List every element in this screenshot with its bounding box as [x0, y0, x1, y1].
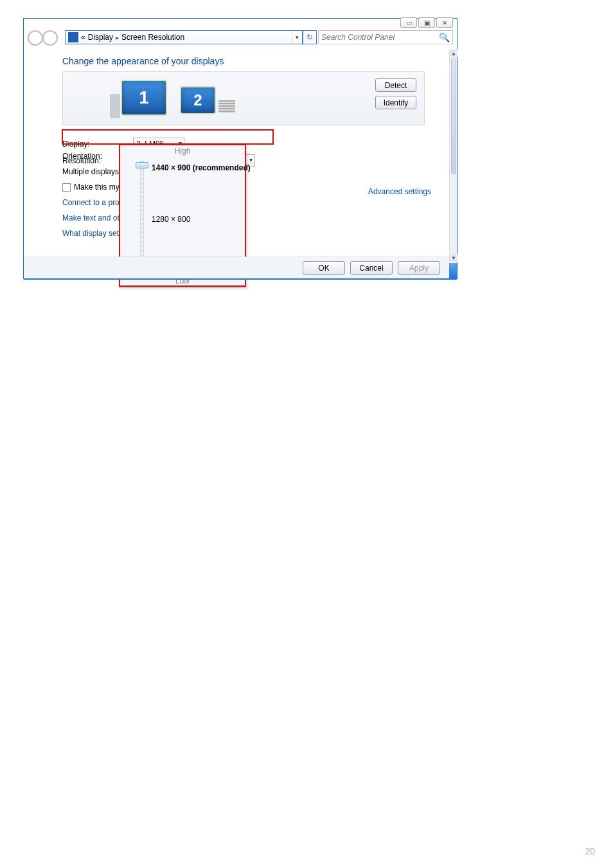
- orientation-label: Orientation:: [62, 152, 102, 161]
- slider-thumb[interactable]: [136, 162, 148, 168]
- maximize-button[interactable]: ▣: [418, 17, 435, 28]
- breadcrumb-display[interactable]: Display: [88, 33, 113, 42]
- multiple-displays-label: Multiple displays:: [62, 167, 121, 176]
- search-icon: 🔍: [439, 32, 450, 42]
- nav-buttons[interactable]: [28, 29, 60, 47]
- minimize-button[interactable]: ▭: [400, 17, 417, 28]
- checkbox-icon: [62, 183, 71, 192]
- forward-icon: [42, 30, 58, 46]
- dialog-footer: OK Cancel Apply: [24, 257, 449, 278]
- address-dropdown-icon[interactable]: ▾: [292, 31, 302, 44]
- back-icon: [28, 30, 43, 46]
- address-row: « Display ▸ Screen Resolution ▾ ↻ Search…: [28, 29, 453, 47]
- display-arrangement[interactable]: 1 2 Detect Identify: [62, 71, 425, 125]
- page-heading: Change the appearance of your displays: [62, 56, 444, 66]
- address-bar[interactable]: « Display ▸ Screen Resolution ▾: [65, 30, 303, 44]
- breadcrumb-sep-icon: ▸: [116, 34, 119, 41]
- close-button[interactable]: ✕: [436, 17, 453, 28]
- window-chrome: ▭ ▣ ✕: [400, 17, 453, 28]
- advanced-settings-link[interactable]: Advanced settings: [368, 187, 431, 196]
- breadcrumb-screen-resolution[interactable]: Screen Resolution: [121, 33, 184, 42]
- slider-option-2[interactable]: 1280 × 800: [152, 215, 190, 224]
- slider-high-label: High: [120, 147, 245, 156]
- slider-track[interactable]: [140, 161, 144, 271]
- search-placeholder: Search Control Panel: [321, 33, 395, 42]
- screen-resolution-window: ▭ ▣ ✕ « Display ▸ Screen Resolution ▾ ↻: [23, 18, 458, 279]
- search-input[interactable]: Search Control Panel 🔍: [318, 30, 453, 44]
- apply-button[interactable]: Apply: [398, 261, 440, 275]
- identify-button[interactable]: Identify: [375, 96, 416, 109]
- monitor-stand-icon: [110, 94, 120, 118]
- breadcrumb-chevron: «: [81, 33, 85, 42]
- ok-button[interactable]: OK: [303, 261, 345, 275]
- refresh-button[interactable]: ↻: [303, 30, 317, 44]
- display-side-buttons: Detect Identify: [375, 78, 416, 109]
- slider-option-1[interactable]: 1440 × 900 (recommended): [152, 163, 251, 172]
- page-number: 20: [585, 846, 595, 856]
- keyboard-icon: [218, 100, 235, 113]
- scrollbar-thumb[interactable]: [451, 59, 456, 174]
- monitor-1[interactable]: 1: [121, 80, 167, 116]
- scroll-up-icon[interactable]: ▲: [450, 50, 458, 57]
- control-panel-icon: [68, 32, 78, 42]
- scrollbar[interactable]: ▲ ▼: [449, 50, 457, 262]
- cancel-button[interactable]: Cancel: [350, 261, 393, 275]
- scroll-down-icon[interactable]: ▼: [450, 254, 458, 262]
- detect-button[interactable]: Detect: [375, 78, 416, 92]
- refresh-icon: ↻: [306, 33, 313, 42]
- monitor-2[interactable]: 2: [180, 86, 216, 114]
